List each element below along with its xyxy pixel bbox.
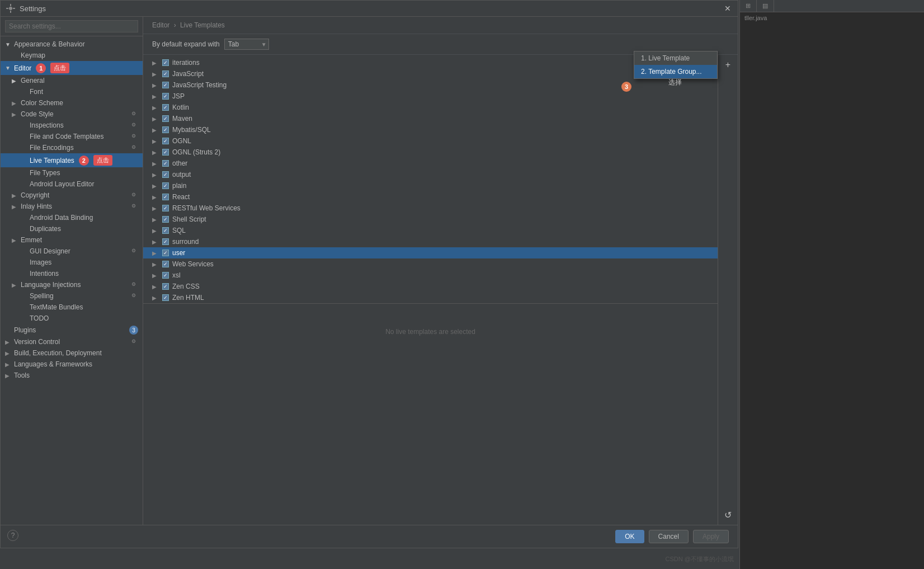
sidebar-item-file-templates[interactable]: File and Code Templates ⚙ (1, 131, 143, 142)
sidebar-item-android-data[interactable]: Android Data Binding (1, 212, 143, 223)
list-item[interactable]: ▶ OGNL (143, 135, 718, 147)
sidebar-item-duplicates[interactable]: Duplicates (1, 223, 143, 234)
sidebar-item-tools[interactable]: ▶ Tools (1, 370, 143, 381)
list-item[interactable]: ▶ JavaScript (143, 68, 718, 79)
apply-button[interactable]: Apply (693, 530, 729, 543)
list-item[interactable]: ▶ JSP (143, 91, 718, 102)
sidebar-item-keymap[interactable]: Keymap (1, 50, 143, 61)
expand-arrow: ▶ (152, 295, 159, 301)
template-label: JSP (172, 92, 185, 100)
sidebar-item-gui[interactable]: GUI Designer ⚙ (1, 246, 143, 257)
sidebar-item-version-control[interactable]: ▶ Version Control ⚙ (1, 336, 143, 347)
template-checkbox[interactable] (162, 70, 169, 77)
template-checkbox[interactable] (162, 250, 169, 256)
right-tab-icon1[interactable]: ⊞ (740, 0, 757, 12)
list-item-user[interactable]: ▶ user (143, 247, 718, 258)
sidebar-item-label: Inspections (30, 121, 64, 129)
template-label: user (172, 249, 185, 257)
list-item[interactable]: ▶ Web Services (143, 258, 718, 270)
list-item[interactable]: ▶ RESTful Web Services (143, 203, 718, 214)
settings-dialog: Settings ✕ ▼ Appearance & Behavior Ke (0, 0, 738, 548)
list-item[interactable]: ▶ xsl (143, 270, 718, 281)
sidebar-item-file-encodings[interactable]: File Encodings ⚙ (1, 142, 143, 153)
list-item[interactable]: ▶ output (143, 169, 718, 180)
template-checkbox[interactable] (162, 238, 169, 245)
template-checkbox[interactable] (162, 216, 169, 223)
template-checkbox[interactable] (162, 160, 169, 167)
cancel-button[interactable]: Cancel (649, 530, 689, 543)
list-item[interactable]: ▶ Kotlin (143, 102, 718, 113)
sidebar-item-textmate[interactable]: TextMate Bundles (1, 302, 143, 313)
template-checkbox[interactable] (162, 194, 169, 200)
list-item[interactable]: ▶ JavaScript Testing (143, 79, 718, 91)
sidebar-item-inspections[interactable]: Inspections ⚙ (1, 120, 143, 131)
sidebar-item-emmet[interactable]: ▶ Emmet (1, 234, 143, 246)
close-button[interactable]: ✕ (724, 4, 732, 12)
template-checkbox[interactable] (162, 272, 169, 279)
sidebar-item-inlay-hints[interactable]: ▶ Inlay Hints ⚙ (1, 201, 143, 212)
revert-button[interactable]: ↺ (722, 508, 735, 521)
list-item[interactable]: ▶ SQL (143, 225, 718, 236)
list-item[interactable]: ▶ Shell Script (143, 214, 718, 225)
template-checkbox[interactable] (162, 115, 169, 122)
context-menu-item-live-template[interactable]: 1. Live Template (634, 55, 717, 65)
template-checkbox[interactable] (162, 149, 169, 156)
template-checkbox[interactable] (162, 93, 169, 100)
sidebar-item-android-layout[interactable]: Android Layout Editor (1, 178, 143, 190)
template-checkbox[interactable] (162, 104, 169, 111)
sidebar-item-lang-injections[interactable]: ▶ Language Injections ⚙ (1, 279, 143, 290)
expand-with-select[interactable]: Tab Space Enter (224, 39, 269, 50)
sidebar-item-live-templates[interactable]: Live Templates 2 点击 (1, 153, 143, 167)
list-item[interactable]: ▶ Zen HTML (143, 292, 718, 303)
right-tab-icon2[interactable]: ▤ (757, 0, 774, 12)
sidebar-item-images[interactable]: Images (1, 257, 143, 268)
template-checkbox[interactable] (162, 171, 169, 178)
sidebar-item-label: File Types (30, 169, 60, 177)
empty-message: No live templates are selected (143, 303, 718, 359)
add-button[interactable]: + (722, 58, 735, 72)
sidebar-item-color-scheme[interactable]: ▶ Color Scheme (1, 97, 143, 109)
sidebar-item-languages[interactable]: ▶ Languages & Frameworks (1, 359, 143, 370)
list-item[interactable]: ▶ OGNL (Struts 2) (143, 147, 718, 158)
template-checkbox[interactable] (162, 261, 169, 267)
template-checkbox[interactable] (162, 283, 169, 290)
search-input[interactable] (5, 20, 138, 32)
sidebar-item-font[interactable]: Font (1, 86, 143, 97)
sidebar-item-todo[interactable]: TODO (1, 313, 143, 324)
expand-arrow: ▶ (5, 350, 12, 356)
template-checkbox[interactable] (162, 138, 169, 144)
template-checkbox[interactable] (162, 294, 169, 301)
template-checkbox[interactable] (162, 227, 169, 234)
list-item[interactable]: ▶ surround (143, 236, 718, 247)
list-item[interactable]: ▶ iterations (143, 57, 718, 68)
breadcrumb: Editor › Live Templates (143, 17, 738, 34)
template-checkbox[interactable] (162, 182, 169, 189)
template-checkbox[interactable] (162, 205, 169, 211)
list-item[interactable]: ▶ other (143, 158, 718, 169)
list-item[interactable]: ▶ plain (143, 180, 718, 191)
sidebar-item-plugins[interactable]: Plugins 3 (1, 324, 143, 336)
expand-arrow: ▶ (152, 60, 159, 66)
sidebar-item-file-types[interactable]: File Types (1, 167, 143, 178)
list-item[interactable]: ▶ Maven (143, 113, 718, 124)
sidebar-item-label: Inlay Hints (21, 203, 52, 210)
list-item[interactable]: ▶ Zen CSS (143, 281, 718, 292)
template-checkbox[interactable] (162, 82, 169, 88)
sidebar-item-appearance[interactable]: ▼ Appearance & Behavior (1, 39, 143, 50)
sidebar-item-intentions[interactable]: Intentions (1, 268, 143, 279)
sidebar-item-build[interactable]: ▶ Build, Execution, Deployment (1, 347, 143, 359)
list-item[interactable]: ▶ Mybatis/SQL (143, 124, 718, 135)
list-item[interactable]: ▶ React (143, 191, 718, 203)
sidebar-item-general[interactable]: ▶ General (1, 75, 143, 86)
plugins-badge: 3 (129, 326, 138, 335)
sidebar-item-spelling[interactable]: Spelling ⚙ (1, 290, 143, 302)
settings-icon: ⚙ (131, 144, 138, 151)
template-checkbox[interactable] (162, 59, 169, 66)
template-checkbox[interactable] (162, 126, 169, 133)
sidebar-item-copyright[interactable]: ▶ Copyright ⚙ (1, 190, 143, 201)
sidebar-item-code-style[interactable]: ▶ Code Style ⚙ (1, 109, 143, 120)
help-button[interactable]: ? (7, 530, 18, 541)
sidebar-item-editor[interactable]: ▼ Editor 1 点击 (1, 61, 143, 75)
context-menu-item-template-group[interactable]: 2. Template Group... (634, 65, 717, 78)
ok-button[interactable]: OK (615, 530, 644, 543)
